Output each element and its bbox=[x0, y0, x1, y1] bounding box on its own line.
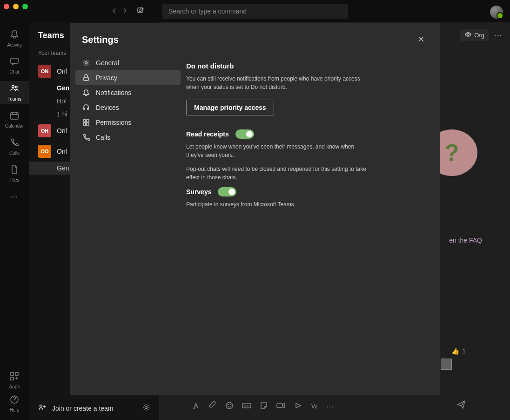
gear-icon[interactable] bbox=[142, 404, 150, 413]
svg-rect-7 bbox=[11, 377, 13, 380]
left-rail: Activity Chat Teams Calendar Calls bbox=[0, 22, 29, 420]
svg-point-14 bbox=[231, 405, 231, 405]
rail-help[interactable]: Help bbox=[0, 392, 29, 415]
rail-label: Files bbox=[9, 177, 19, 183]
gif-icon[interactable]: GIF bbox=[242, 402, 251, 411]
nav-label: Notifications bbox=[96, 89, 131, 96]
svg-point-12 bbox=[226, 402, 233, 409]
join-team-icon bbox=[38, 403, 47, 413]
org-label: Org bbox=[474, 32, 484, 39]
apps-icon bbox=[10, 372, 19, 383]
nav-label: General bbox=[96, 59, 119, 67]
settings-nav-permissions[interactable]: Permissions bbox=[75, 115, 181, 130]
compose-icon[interactable] bbox=[137, 7, 144, 16]
team-name: Onl bbox=[57, 127, 67, 135]
minimize-window-dot[interactable] bbox=[13, 4, 19, 9]
close-window-dot[interactable] bbox=[4, 4, 9, 9]
svg-text:GIF: GIF bbox=[244, 405, 249, 407]
search-input[interactable]: Search or type a command bbox=[162, 4, 348, 19]
read-receipts-text2: Pop-out chats will need to be closed and… bbox=[186, 165, 372, 182]
gear-icon bbox=[82, 59, 90, 67]
svg-point-10 bbox=[145, 406, 148, 409]
search-placeholder: Search or type a command bbox=[168, 7, 247, 15]
attach-icon[interactable] bbox=[208, 401, 217, 412]
settings-nav-privacy[interactable]: Privacy bbox=[75, 70, 181, 85]
eye-icon bbox=[465, 31, 471, 39]
more-options-icon[interactable]: ⋯ bbox=[494, 30, 503, 41]
rail-label: Help bbox=[10, 407, 20, 413]
svg-point-9 bbox=[40, 405, 42, 407]
org-button[interactable]: Org bbox=[460, 29, 489, 41]
back-arrow-icon[interactable] bbox=[112, 7, 117, 15]
surveys-toggle[interactable] bbox=[218, 187, 236, 196]
calendar-icon bbox=[10, 111, 19, 122]
rail-more-icon[interactable]: ⋯ bbox=[10, 191, 19, 202]
window-controls bbox=[4, 4, 28, 9]
rail-apps[interactable]: Apps bbox=[0, 369, 29, 392]
reaction-count: 1 bbox=[462, 347, 466, 355]
join-team-label: Join or create a team bbox=[52, 405, 114, 412]
svg-point-2 bbox=[12, 86, 14, 88]
forward-arrow-icon[interactable] bbox=[122, 7, 128, 15]
svg-point-3 bbox=[15, 86, 17, 88]
read-receipts-toggle[interactable] bbox=[235, 129, 254, 139]
files-icon bbox=[10, 165, 19, 176]
faq-link-text: en the FAQ bbox=[449, 237, 482, 244]
rail-calendar[interactable]: Calendar bbox=[0, 108, 29, 131]
settings-title: Settings bbox=[75, 34, 181, 45]
manage-priority-button[interactable]: Manage priority access bbox=[186, 100, 274, 115]
settings-content: Do not disturb You can still receive not… bbox=[186, 23, 440, 395]
rail-teams[interactable]: Teams bbox=[0, 81, 29, 104]
svg-rect-23 bbox=[87, 123, 89, 125]
chat-icon bbox=[10, 57, 19, 68]
user-avatar[interactable] bbox=[490, 6, 503, 19]
dnd-heading: Do not disturb bbox=[186, 62, 421, 70]
settings-nav-general[interactable]: General bbox=[75, 55, 181, 70]
read-receipts-heading: Read receipts bbox=[186, 130, 229, 138]
wiki-icon[interactable]: W bbox=[311, 402, 318, 411]
read-receipts-text1: Let people know when you've seen their m… bbox=[186, 142, 372, 159]
dnd-description: You can still receive notifications from… bbox=[186, 75, 372, 91]
permissions-icon bbox=[82, 119, 90, 126]
svg-rect-1 bbox=[11, 58, 18, 63]
rail-label: Chat bbox=[9, 69, 19, 75]
meet-icon[interactable] bbox=[276, 402, 286, 411]
stream-icon[interactable] bbox=[294, 401, 302, 412]
bell-icon bbox=[10, 30, 19, 41]
svg-rect-17 bbox=[277, 404, 282, 407]
svg-rect-19 bbox=[84, 77, 88, 81]
phone-icon bbox=[10, 138, 19, 149]
settings-sidebar: Settings General Privacy Notifications D… bbox=[70, 23, 186, 395]
nav-label: Privacy bbox=[96, 74, 117, 81]
svg-rect-22 bbox=[83, 123, 86, 125]
lock-icon bbox=[82, 74, 90, 81]
rail-chat[interactable]: Chat bbox=[0, 54, 29, 77]
close-modal-button[interactable] bbox=[416, 34, 427, 45]
phone-icon bbox=[82, 134, 90, 141]
join-create-team[interactable]: Join or create a team bbox=[29, 396, 159, 420]
settings-modal: Settings General Privacy Notifications D… bbox=[70, 23, 440, 395]
rail-calls[interactable]: Calls bbox=[0, 135, 29, 158]
history-nav bbox=[112, 7, 144, 16]
team-badge: OH bbox=[38, 124, 51, 137]
settings-nav-calls[interactable]: Calls bbox=[75, 130, 181, 145]
sticker-icon[interactable] bbox=[260, 401, 268, 412]
headset-icon bbox=[82, 104, 90, 111]
reaction-badge[interactable]: 👍 1 bbox=[451, 347, 466, 355]
send-icon[interactable] bbox=[456, 400, 466, 412]
bell-icon bbox=[82, 89, 90, 96]
nav-label: Permissions bbox=[96, 119, 131, 126]
team-name: Onl bbox=[57, 68, 67, 75]
emoji-icon[interactable] bbox=[225, 401, 234, 412]
format-icon[interactable] bbox=[192, 401, 200, 412]
settings-nav-notifications[interactable]: Notifications bbox=[75, 85, 181, 100]
rail-label: Calendar bbox=[5, 123, 24, 129]
maximize-window-dot[interactable] bbox=[22, 4, 28, 9]
rail-activity[interactable]: Activity bbox=[0, 27, 29, 50]
team-name: Onl bbox=[57, 148, 67, 155]
settings-nav-devices[interactable]: Devices bbox=[75, 100, 181, 115]
svg-point-18 bbox=[85, 62, 87, 64]
rail-files[interactable]: Files bbox=[0, 162, 29, 185]
team-badge: OO bbox=[38, 145, 51, 158]
more-compose-icon[interactable]: ⋯ bbox=[326, 402, 334, 411]
